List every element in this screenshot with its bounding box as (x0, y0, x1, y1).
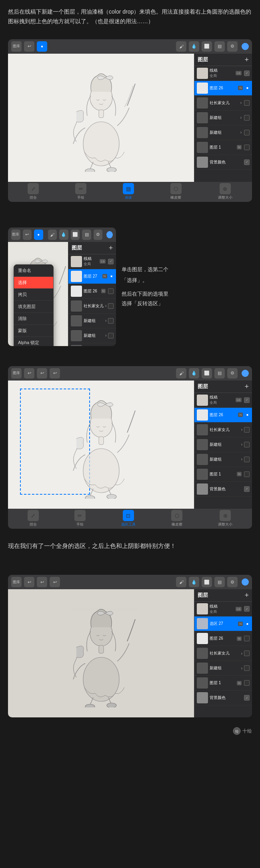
toolbar-brush-btn-2[interactable]: 🖌 (48, 230, 57, 240)
color-picker-2[interactable] (106, 231, 113, 238)
layer4-bg[interactable]: 背景颜色 ✓ (194, 691, 252, 705)
menu-clear[interactable]: 清除 (14, 313, 53, 325)
toolbar-layers-btn-3[interactable]: ▤ (214, 368, 225, 379)
toolbar-adjust-btn-3[interactable]: ⚙ (227, 368, 238, 379)
layer-item-layer1[interactable]: 图层 1 N (194, 140, 252, 155)
toolbar-layers-btn-2[interactable]: ▤ (82, 230, 91, 240)
layer3-family[interactable]: 社长家女儿 › (194, 423, 252, 437)
layer3-check-group2[interactable] (244, 457, 250, 462)
layer2-check-family[interactable] (108, 303, 114, 309)
toolbar-undo-btn-4[interactable]: ↩ (24, 577, 34, 587)
layer-check-lineart[interactable]: ✓ (244, 70, 250, 76)
layer2-group2[interactable]: 新建组 › (68, 328, 116, 343)
toolbar-brush-btn-4[interactable]: 🖌 (176, 577, 186, 587)
layer4-family[interactable]: 社长家女儿 › (194, 646, 252, 661)
color-picker[interactable] (242, 43, 249, 50)
toolbar-adjust-btn-4[interactable]: ⚙ (227, 577, 238, 587)
toolbar-undo2-btn-3[interactable]: ↩ (37, 368, 47, 379)
toolbar-brush-btn-3[interactable]: 🖌 (176, 368, 186, 379)
layer2-family[interactable]: 社长家女儿 › (68, 299, 116, 314)
layer3-group2[interactable]: 新建组 › (194, 452, 252, 467)
toolbar-undo-btn[interactable]: ↩ (24, 41, 34, 52)
toolbar-undo3-btn-3[interactable]: ↩ (50, 368, 60, 379)
toolbar-eraser-btn-3[interactable]: ⬜ (202, 368, 212, 379)
toolbar-gallery-btn-3[interactable]: 图库 (11, 368, 22, 379)
menu-fill[interactable]: 填充图层 (14, 301, 53, 313)
bottom-tool-pinch[interactable]: ⤢ 捏合 (28, 183, 39, 200)
layer2-check-lineart[interactable]: ✓ (108, 259, 114, 264)
layer3-check-bg[interactable]: ✓ (244, 486, 250, 492)
layer-check-family[interactable] (244, 100, 250, 106)
layer3-group1[interactable]: 新建组 › (194, 437, 252, 452)
toolbar-layers-btn[interactable]: ▤ (214, 41, 225, 52)
layer-item-group1[interactable]: 新建组 › (194, 111, 252, 125)
bottom-tool3-pinch[interactable]: ⤢ 捏合 (28, 510, 39, 527)
toolbar-undo-btn-2[interactable]: ↩ (23, 230, 32, 240)
layer-item-bg[interactable]: 背景颜色 ✓ (194, 155, 252, 170)
toolbar-gallery-btn-4[interactable]: 图库 (11, 577, 22, 587)
color-picker-3[interactable] (242, 370, 249, 377)
layers-add-btn-1[interactable]: + (244, 56, 249, 63)
toolbar-undo2-btn-4[interactable]: ↩ (37, 577, 47, 587)
layer2-check-group1[interactable] (108, 318, 114, 324)
layer4-check-group1[interactable] (244, 665, 250, 671)
layer3-check-lineart[interactable]: ✓ (244, 397, 250, 403)
toolbar-adjust-btn[interactable]: ⚙ (227, 41, 238, 52)
layer2-27[interactable]: 图层 27 N ■ (68, 269, 116, 284)
bottom-tool3-select[interactable]: ⊡ 选区工具 (121, 510, 136, 527)
toolbar-eraser-btn-2[interactable]: ⬜ (71, 230, 80, 240)
menu-alpha-lock[interactable]: Alpha 锁定 (14, 337, 53, 346)
layer2-check-26[interactable] (108, 288, 114, 294)
bottom-tool-adjust[interactable]: ⊕ 调整大小 (218, 183, 232, 200)
color-picker-4[interactable] (242, 578, 249, 586)
bottom-tool-draw[interactable]: ✏ 手绘 (75, 183, 86, 200)
toolbar-brush-btn[interactable]: 🖌 (176, 41, 186, 52)
layer4-lineart[interactable]: 线稿 全局 Lb ✓ (194, 602, 252, 616)
layer3-check-family[interactable] (244, 427, 250, 433)
layer4-check-26[interactable] (244, 636, 250, 641)
layer2-26[interactable]: 图层 26 N (68, 284, 116, 299)
toolbar-gallery-btn[interactable]: 图库 (11, 41, 22, 52)
layer4-check-lineart[interactable]: ✓ (244, 606, 250, 612)
layer4-check-family[interactable] (244, 650, 250, 656)
layer3-bg[interactable]: 背景颜色 ✓ (194, 482, 252, 497)
layer-check-bg[interactable]: ✓ (244, 159, 250, 165)
layer3-check-group1[interactable] (244, 442, 250, 447)
toolbar-smudge-btn-4[interactable]: 💧 (189, 577, 199, 587)
bottom-tool3-erase[interactable]: ⬡ 橡皮擦 (171, 510, 182, 527)
layer-check-layer1[interactable] (244, 145, 250, 150)
layer4-group1[interactable]: 新建组 › (194, 661, 252, 676)
layers-add-btn-2[interactable]: + (109, 244, 113, 252)
layer4-check-layer1[interactable] (244, 680, 250, 686)
toolbar-layers-btn-4[interactable]: ▤ (214, 577, 225, 587)
toolbar-adjust-btn-2[interactable]: ⚙ (94, 230, 103, 240)
layer4-layer1[interactable]: 图层 1 N (194, 676, 252, 691)
toolbar-redo-btn[interactable]: ● (37, 41, 47, 52)
layer3-check-layer1[interactable] (244, 471, 250, 477)
menu-rename[interactable]: 重命名 (14, 265, 53, 277)
bottom-tool-active[interactable]: ▨ 涂抹 (123, 183, 134, 200)
layer-item-lineart[interactable]: 线稿 全局 Lb ✓ (194, 66, 252, 81)
layers-add-btn-4[interactable]: + (244, 592, 249, 599)
menu-mask[interactable]: 蒙版 (14, 325, 53, 337)
bottom-tool3-adjust[interactable]: ⊕ 调整大小 (218, 510, 232, 527)
layer-item-family[interactable]: 社长家女儿 › (194, 96, 252, 111)
toolbar-smudge-btn[interactable]: 💧 (189, 41, 199, 52)
layer2-check-group2[interactable] (108, 333, 114, 338)
menu-select[interactable]: 选择 (14, 277, 53, 289)
layer2-layer1[interactable]: 图层 1 N (68, 343, 116, 346)
layer-check-group2[interactable] (244, 130, 250, 135)
toolbar-gallery-btn-2[interactable]: 图库 (11, 230, 20, 240)
layer2-lineart[interactable]: 线稿 全局 Lb ✓ (68, 254, 116, 269)
layer-check-group1[interactable] (244, 115, 250, 121)
menu-copy[interactable]: 拷贝 (14, 289, 53, 301)
layer-item-26[interactable]: 图层 26 N ■ (194, 81, 252, 96)
layer3-lineart[interactable]: 线稿 全局 Lb ✓ (194, 393, 252, 408)
layer4-26[interactable]: 图层 26 N (194, 631, 252, 646)
toolbar-undo3-btn-4[interactable]: ↩ (50, 577, 60, 587)
layer3-26[interactable]: 图层 26 N ■ (194, 408, 252, 423)
layer2-group1[interactable]: 新建组 › (68, 314, 116, 328)
toolbar-undo-btn-3[interactable]: ↩ (24, 368, 34, 379)
layer3-layer1[interactable]: 图层 1 N (194, 467, 252, 482)
layer4-27[interactable]: 选区 27 N ■ (194, 616, 252, 631)
